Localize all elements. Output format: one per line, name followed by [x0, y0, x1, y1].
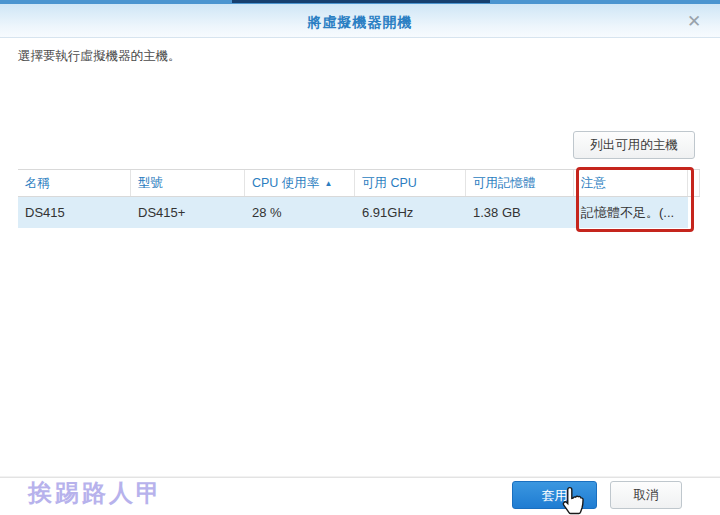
- cell-available-memory: 1.38 GB: [466, 197, 574, 228]
- column-header-available-memory-label: 可用記憶體: [473, 176, 536, 190]
- column-header-cpu-usage-label: CPU 使用率: [252, 176, 319, 190]
- column-header-model[interactable]: 型號: [131, 170, 245, 196]
- cell-model: DS415+: [131, 197, 245, 228]
- sort-ascending-icon: ▲: [324, 179, 332, 188]
- cell-cpu-usage: 28 %: [245, 197, 355, 228]
- watermark-text: 挨踢路人甲: [28, 477, 163, 509]
- dialog-title: 將虛擬機器開機: [0, 14, 720, 32]
- list-available-hosts-button[interactable]: 列出可用的主機: [573, 131, 695, 159]
- table-row-ds415[interactable]: DS415 DS415+ 28 % 6.91GHz 1.38 GB 記憶體不足。…: [18, 197, 700, 228]
- column-header-name[interactable]: 名稱: [18, 170, 131, 196]
- table-header-filler: [688, 170, 700, 196]
- column-header-name-label: 名稱: [25, 176, 50, 190]
- table-header-row: 名稱 型號 CPU 使用率▲ 可用 CPU 可用記憶體 注意: [18, 169, 700, 197]
- close-icon[interactable]: ✕: [684, 12, 704, 32]
- column-header-note[interactable]: 注意: [574, 170, 688, 196]
- cell-name: DS415: [18, 197, 131, 228]
- cancel-button[interactable]: 取消: [610, 481, 682, 509]
- column-header-available-cpu[interactable]: 可用 CPU: [355, 170, 466, 196]
- column-header-available-memory[interactable]: 可用記憶體: [466, 170, 574, 196]
- dialog-subtitle: 選擇要執行虛擬機器的主機。: [18, 48, 181, 65]
- cell-available-cpu: 6.91GHz: [355, 197, 466, 228]
- column-header-model-label: 型號: [138, 176, 163, 190]
- apply-button[interactable]: 套用: [512, 481, 597, 509]
- column-header-note-label: 注意: [581, 176, 606, 190]
- footer-divider: [0, 476, 720, 478]
- host-table: 名稱 型號 CPU 使用率▲ 可用 CPU 可用記憶體 注意 DS415 DS4…: [18, 169, 700, 228]
- column-header-cpu-usage[interactable]: CPU 使用率▲: [245, 170, 355, 196]
- column-header-available-cpu-label: 可用 CPU: [362, 176, 417, 190]
- cell-note: 記憶體不足。(...: [574, 197, 688, 228]
- dialog-titlebar: 將虛擬機器開機 ✕: [0, 4, 720, 38]
- table-row-filler: [688, 197, 700, 228]
- background-window-edge: [232, 0, 490, 3]
